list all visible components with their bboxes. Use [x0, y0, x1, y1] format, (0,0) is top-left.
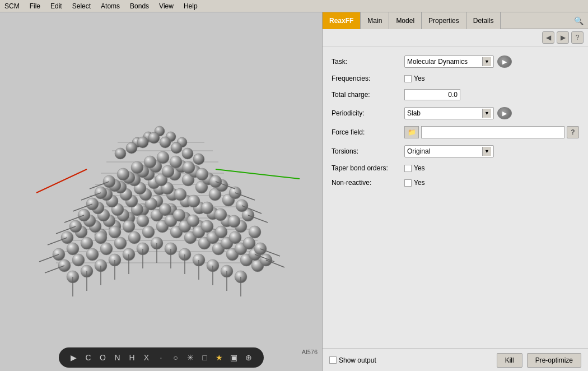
svg-point-149	[144, 156, 156, 168]
force-field-input[interactable]	[421, 126, 564, 138]
viewport[interactable]: Al576 ▶ C O N H X · ○ ✳ □ ★ ▣ ⊕	[0, 12, 322, 371]
taper-bond-label: Taper bond orders:	[332, 164, 404, 172]
force-field-control: 📁 ?	[404, 126, 579, 138]
periodicity-dropdown[interactable]: Slab ▼	[404, 107, 494, 119]
bottom-bar: Show output Kill Pre-optimize	[323, 349, 588, 371]
svg-point-150	[157, 151, 169, 164]
task-go-button[interactable]: ▶	[497, 55, 512, 68]
viewport-toolbar: ▶ C O N H X · ○ ✳ □ ★ ▣ ⊕	[0, 344, 322, 371]
non-reactive-checkbox[interactable]	[404, 179, 412, 187]
task-label: Task:	[332, 58, 404, 66]
taper-bond-row: Taper bond orders: Yes	[332, 164, 579, 172]
svg-point-30	[126, 142, 137, 154]
svg-point-91	[201, 220, 213, 233]
tool-crosshair[interactable]: ⊕	[242, 351, 255, 364]
pre-optimize-button[interactable]: Pre-optimize	[527, 353, 581, 368]
torsions-label: Torsions:	[332, 147, 404, 155]
svg-point-56	[142, 226, 155, 238]
svg-point-153	[196, 168, 208, 180]
svg-point-118	[188, 195, 200, 207]
tool-hydrogen[interactable]: H	[126, 351, 138, 364]
force-field-inner: 📁 ?	[404, 126, 579, 138]
tool-dot[interactable]: ·	[155, 351, 167, 364]
menu-file[interactable]: File	[27, 1, 43, 11]
svg-point-148	[131, 161, 143, 174]
frequencies-label: Frequencies:	[332, 75, 404, 82]
periodicity-label: Periodicity:	[332, 109, 404, 117]
svg-point-119	[201, 202, 213, 214]
form-content: Task: Molecular Dynamics ▼ ▶ Frequencies…	[323, 47, 588, 349]
show-output-checkbox[interactable]	[329, 356, 337, 364]
task-dropdown-arrow: ▼	[482, 57, 491, 66]
menu-bonds[interactable]: Bonds	[128, 1, 151, 11]
force-field-help-button[interactable]: ?	[567, 126, 579, 138]
total-charge-label: Total charge:	[332, 91, 404, 99]
tab-model[interactable]: Model	[389, 12, 422, 29]
menu-edit[interactable]: Edit	[48, 1, 64, 11]
svg-point-93	[229, 231, 241, 244]
taper-bond-control: Yes	[404, 164, 579, 172]
svg-point-53	[100, 243, 113, 255]
non-reactive-control: Yes	[404, 179, 579, 187]
force-field-folder-button[interactable]: 📁	[404, 126, 419, 138]
non-reactive-label: Non-reactive:	[332, 179, 404, 187]
svg-point-147	[117, 168, 129, 180]
tool-x[interactable]: X	[141, 351, 153, 364]
tab-reaxff[interactable]: ReaxFF	[323, 12, 361, 29]
right-panel: ReaxFF Main Model Properties Details 🔍 ◀…	[322, 12, 588, 371]
total-charge-control	[404, 89, 579, 100]
svg-point-67	[81, 237, 93, 249]
svg-point-92	[215, 226, 227, 238]
non-reactive-row: Non-reactive: Yes	[332, 179, 579, 187]
tool-square[interactable]: □	[199, 351, 211, 364]
periodicity-control: Slab ▼ ▶	[404, 107, 579, 119]
tool-asterisk[interactable]: ✳	[184, 351, 197, 364]
periodicity-go-button[interactable]: ▶	[497, 107, 512, 119]
svg-point-52	[86, 248, 99, 261]
frequencies-checkbox[interactable]	[404, 75, 412, 82]
frequencies-yes-label: Yes	[414, 75, 425, 82]
tab-main[interactable]: Main	[361, 12, 389, 29]
taper-bond-checkbox-row: Yes	[404, 164, 425, 172]
search-button[interactable]: 🔍	[570, 14, 588, 27]
svg-point-109	[249, 226, 261, 238]
frequencies-row: Frequencies: Yes	[332, 75, 579, 82]
tool-oxygen[interactable]: O	[97, 351, 109, 364]
task-value: Molecular Dynamics	[407, 58, 482, 66]
svg-point-35	[182, 148, 193, 159]
menu-bar: SCM File Edit Select Atoms Bonds View He…	[0, 0, 588, 12]
taper-bond-checkbox[interactable]	[404, 165, 412, 172]
menu-select[interactable]: Select	[70, 1, 93, 11]
tool-carbon[interactable]: C	[82, 351, 95, 364]
menu-view[interactable]: View	[157, 1, 176, 11]
menu-atoms[interactable]: Atoms	[99, 1, 122, 11]
svg-point-151	[170, 156, 182, 168]
kill-button[interactable]: Kill	[497, 353, 522, 368]
tool-box-select[interactable]: ▣	[228, 351, 240, 364]
tab-bar: ReaxFF Main Model Properties Details 🔍	[323, 12, 588, 29]
menu-help[interactable]: Help	[181, 1, 200, 11]
torsions-dropdown[interactable]: Original ▼	[404, 145, 494, 157]
periodicity-value: Slab	[407, 109, 482, 117]
tab-details[interactable]: Details	[466, 12, 501, 29]
nav-help[interactable]: ?	[571, 31, 584, 44]
task-dropdown[interactable]: Molecular Dynamics ▼	[404, 55, 494, 68]
menu-scm[interactable]: SCM	[2, 1, 22, 11]
svg-point-88	[159, 203, 171, 216]
tool-circle[interactable]: ○	[170, 351, 182, 364]
tool-star[interactable]: ★	[213, 351, 226, 364]
svg-point-54	[114, 237, 127, 249]
svg-point-120	[214, 208, 227, 221]
show-output-row: Show output	[329, 356, 376, 364]
nav-next[interactable]: ▶	[557, 31, 569, 44]
tab-properties[interactable]: Properties	[422, 12, 466, 29]
nav-prev[interactable]: ◀	[542, 31, 554, 44]
taper-bond-yes-label: Yes	[414, 164, 425, 172]
tool-select[interactable]: ▶	[68, 351, 80, 364]
total-charge-input[interactable]	[404, 89, 460, 100]
tool-nitrogen[interactable]: N	[111, 351, 124, 364]
non-reactive-checkbox-row: Yes	[404, 179, 425, 187]
torsions-control: Original ▼	[404, 145, 579, 157]
torsions-dropdown-arrow: ▼	[482, 147, 491, 156]
torsions-value: Original	[407, 147, 482, 155]
